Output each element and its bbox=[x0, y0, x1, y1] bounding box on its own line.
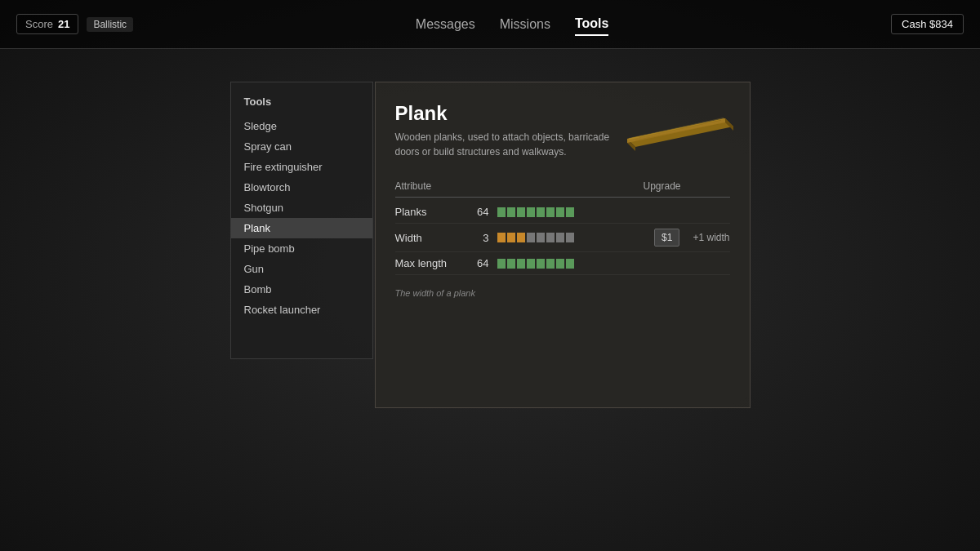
nav-tools[interactable]: Tools bbox=[575, 13, 608, 36]
topbar-nav: Messages Missions Tools bbox=[416, 13, 609, 36]
attr-hint: The width of a plank bbox=[395, 288, 730, 298]
detail-description: Wooden planks, used to attach objects, b… bbox=[395, 130, 624, 159]
nav-missions[interactable]: Missions bbox=[500, 14, 550, 35]
attr-value: 3 bbox=[469, 232, 489, 244]
tool-list-item-plank[interactable]: Plank bbox=[231, 218, 372, 238]
tool-list-item-rocket-launcher[interactable]: Rocket launcher bbox=[231, 300, 372, 320]
attr-bar bbox=[497, 207, 730, 217]
plank-image bbox=[619, 102, 733, 159]
tool-list-panel: Tools SledgeSpray canFire extinguisherBl… bbox=[230, 82, 373, 359]
tool-list-item-sledge[interactable]: Sledge bbox=[231, 116, 372, 136]
attr-name: Width bbox=[395, 232, 461, 244]
upgrade-button-width[interactable]: $1 bbox=[654, 229, 679, 247]
attr-value: 64 bbox=[469, 206, 489, 218]
attr-row-max-length: Max length64 bbox=[395, 252, 730, 275]
attr-value: 64 bbox=[469, 257, 489, 269]
upgrade-effect: +1 width bbox=[693, 232, 729, 243]
attr-row-planks: Planks64 bbox=[395, 201, 730, 224]
cash-display: Cash $834 bbox=[891, 14, 964, 34]
score-box: Score 21 bbox=[16, 14, 78, 34]
topbar: Score 21 Ballistic Messages Missions Too… bbox=[0, 0, 980, 49]
attr-rows: Planks64Width3$1+1 widthMax length64 bbox=[395, 201, 730, 275]
attr-header-right: Upgrade bbox=[643, 180, 729, 192]
attr-bar bbox=[497, 259, 730, 269]
attr-name: Planks bbox=[395, 206, 461, 218]
score-label: Score bbox=[25, 18, 53, 30]
attr-header-left: Attribute bbox=[395, 180, 432, 192]
tool-list-item-bomb[interactable]: Bomb bbox=[231, 279, 372, 300]
tool-list-item-gun[interactable]: Gun bbox=[231, 259, 372, 279]
tool-list-header: Tools bbox=[231, 91, 372, 116]
score-value: 21 bbox=[58, 18, 69, 30]
score-tag: Ballistic bbox=[87, 17, 133, 32]
tool-list-item-spray-can[interactable]: Spray can bbox=[231, 136, 372, 157]
attr-name: Max length bbox=[395, 257, 461, 269]
attr-bar bbox=[497, 233, 640, 242]
attr-header: Attribute Upgrade bbox=[395, 176, 730, 198]
tool-list-item-pipe-bomb[interactable]: Pipe bomb bbox=[231, 238, 372, 259]
nav-messages[interactable]: Messages bbox=[416, 14, 475, 35]
tool-list-items: SledgeSpray canFire extinguisherBlowtorc… bbox=[231, 116, 372, 320]
tool-list-item-fire-extinguisher[interactable]: Fire extinguisher bbox=[231, 157, 372, 177]
main-content: Tools SledgeSpray canFire extinguisherBl… bbox=[0, 49, 980, 441]
tool-list-item-blowtorch[interactable]: Blowtorch bbox=[231, 177, 372, 198]
tool-list-item-shotgun[interactable]: Shotgun bbox=[231, 198, 372, 218]
attr-row-width: Width3$1+1 width bbox=[395, 224, 730, 252]
topbar-left: Score 21 Ballistic bbox=[16, 14, 133, 34]
detail-panel: Plank Wooden planks, used to attach obje… bbox=[375, 82, 751, 408]
